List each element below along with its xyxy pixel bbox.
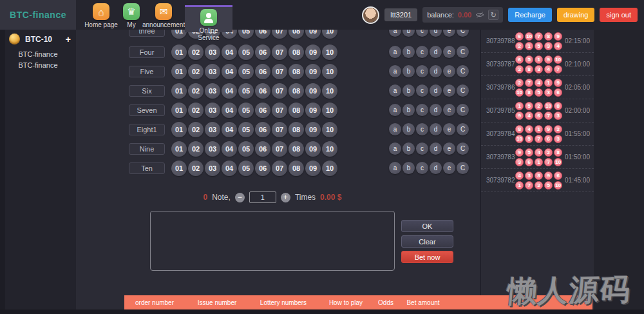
increase-button[interactable]: + (281, 193, 290, 202)
letter-ball-d[interactable]: d (430, 142, 442, 155)
letter-ball-e[interactable]: e (443, 65, 455, 77)
number-ball-01[interactable]: 01 (171, 161, 187, 176)
number-ball-06[interactable]: 06 (255, 64, 270, 79)
number-ball-04[interactable]: 04 (222, 122, 237, 137)
letter-ball-d[interactable]: d (430, 123, 442, 135)
number-ball-05[interactable]: 05 (238, 103, 254, 118)
letter-ball-c[interactable]: c (416, 123, 428, 135)
number-ball-06[interactable]: 06 (255, 44, 270, 60)
letter-ball-a[interactable]: a (389, 162, 401, 174)
number-ball-05[interactable]: 05 (238, 141, 254, 157)
number-ball-02[interactable]: 02 (188, 103, 204, 118)
number-ball-01[interactable]: 01 (171, 64, 187, 79)
number-ball-09[interactable]: 09 (305, 83, 321, 99)
number-ball-09[interactable]: 09 (305, 103, 321, 118)
number-ball-06[interactable]: 06 (255, 141, 270, 157)
letter-ball-C[interactable]: C (457, 123, 469, 135)
number-ball-08[interactable]: 08 (289, 122, 304, 137)
sidebar-game-btc10[interactable]: BTC-10 + (9, 34, 71, 44)
number-ball-02[interactable]: 02 (188, 122, 204, 137)
letter-ball-d[interactable]: d (430, 104, 442, 116)
letter-ball-b[interactable]: b (402, 65, 415, 77)
number-ball-06[interactable]: 06 (255, 161, 270, 176)
number-ball-07[interactable]: 07 (272, 64, 287, 79)
letter-ball-C[interactable]: C (457, 65, 469, 77)
bet-now-button[interactable]: Bet now (401, 251, 453, 263)
number-ball-06[interactable]: 06 (255, 103, 270, 118)
number-ball-01[interactable]: 01 (171, 83, 187, 99)
letter-ball-a[interactable]: a (389, 46, 401, 58)
number-ball-04[interactable]: 04 (222, 64, 237, 79)
number-ball-04[interactable]: 04 (222, 141, 237, 157)
letter-ball-C[interactable]: C (457, 162, 469, 174)
letter-ball-c[interactable]: c (416, 46, 428, 58)
nav-home-page[interactable]: ⌂ Home page (82, 3, 120, 28)
expand-plus-icon[interactable]: + (66, 34, 71, 44)
number-ball-05[interactable]: 05 (238, 83, 254, 99)
number-ball-07[interactable]: 07 (272, 122, 287, 137)
number-ball-05[interactable]: 05 (238, 44, 254, 60)
letter-ball-e[interactable]: e (443, 84, 455, 97)
letter-ball-c[interactable]: c (416, 84, 428, 97)
sidebar-link-btc-finance-1[interactable]: BTC-finance (0, 50, 76, 58)
number-ball-07[interactable]: 07 (272, 141, 287, 157)
number-ball-08[interactable]: 08 (289, 103, 304, 118)
number-ball-08[interactable]: 08 (289, 44, 304, 60)
letter-ball-C[interactable]: C (457, 142, 469, 155)
number-ball-10[interactable]: 10 (322, 161, 337, 176)
number-ball-10[interactable]: 10 (322, 44, 337, 60)
letter-ball-b[interactable]: b (402, 104, 415, 116)
letter-ball-b[interactable]: b (402, 123, 415, 135)
letter-ball-a[interactable]: a (389, 65, 401, 77)
letter-ball-d[interactable]: d (430, 162, 442, 174)
number-ball-05[interactable]: 05 (238, 122, 254, 137)
number-ball-02[interactable]: 02 (188, 141, 204, 157)
number-ball-05[interactable]: 05 (238, 161, 254, 176)
letter-ball-c[interactable]: c (416, 65, 428, 77)
ok-button[interactable]: OK (401, 220, 453, 232)
letter-ball-c[interactable]: c (416, 142, 428, 155)
number-ball-04[interactable]: 04 (222, 83, 237, 99)
row-label-ten[interactable]: Ten (129, 162, 165, 174)
number-ball-06[interactable]: 06 (255, 83, 270, 99)
bet-slip-textarea[interactable] (150, 211, 395, 271)
number-ball-09[interactable]: 09 (305, 141, 321, 157)
letter-ball-d[interactable]: d (430, 84, 442, 97)
number-ball-03[interactable]: 03 (205, 141, 220, 157)
avatar[interactable] (362, 6, 379, 24)
letter-ball-c[interactable]: c (416, 104, 428, 116)
letter-ball-C[interactable]: C (457, 104, 469, 116)
refresh-balance-icon[interactable]: ↻ (488, 10, 498, 20)
number-ball-10[interactable]: 10 (322, 141, 337, 157)
row-label-eight1[interactable]: Eight1 (129, 124, 165, 135)
letter-ball-d[interactable]: d (430, 46, 442, 58)
number-ball-03[interactable]: 03 (205, 122, 220, 137)
sign-out-button[interactable]: sign out (600, 8, 638, 22)
number-ball-06[interactable]: 06 (255, 122, 270, 137)
number-ball-05[interactable]: 05 (238, 64, 254, 79)
number-ball-03[interactable]: 03 (205, 44, 220, 60)
letter-ball-e[interactable]: e (443, 142, 455, 155)
row-label-nine[interactable]: Nine (129, 143, 165, 155)
number-ball-08[interactable]: 08 (289, 64, 304, 79)
drawing-button[interactable]: drawing (557, 8, 595, 22)
number-ball-02[interactable]: 02 (188, 44, 204, 60)
number-ball-01[interactable]: 01 (171, 141, 187, 157)
number-ball-07[interactable]: 07 (272, 44, 287, 60)
eye-slash-icon[interactable] (475, 12, 484, 18)
number-ball-09[interactable]: 09 (305, 64, 321, 79)
number-ball-09[interactable]: 09 (305, 44, 321, 60)
letter-ball-b[interactable]: b (402, 84, 415, 97)
letter-ball-c[interactable]: c (416, 162, 428, 174)
number-ball-07[interactable]: 07 (272, 83, 287, 99)
letter-ball-b[interactable]: b (402, 162, 415, 174)
number-ball-03[interactable]: 03 (205, 103, 220, 118)
number-ball-10[interactable]: 10 (322, 122, 337, 137)
letter-ball-e[interactable]: e (443, 104, 455, 116)
letter-ball-e[interactable]: e (443, 162, 455, 174)
number-ball-01[interactable]: 01 (171, 122, 187, 137)
letter-ball-b[interactable]: b (402, 46, 415, 58)
row-label-six[interactable]: Six (129, 85, 165, 97)
nav-my[interactable]: ♛ My (121, 3, 142, 28)
number-ball-02[interactable]: 02 (188, 161, 204, 176)
